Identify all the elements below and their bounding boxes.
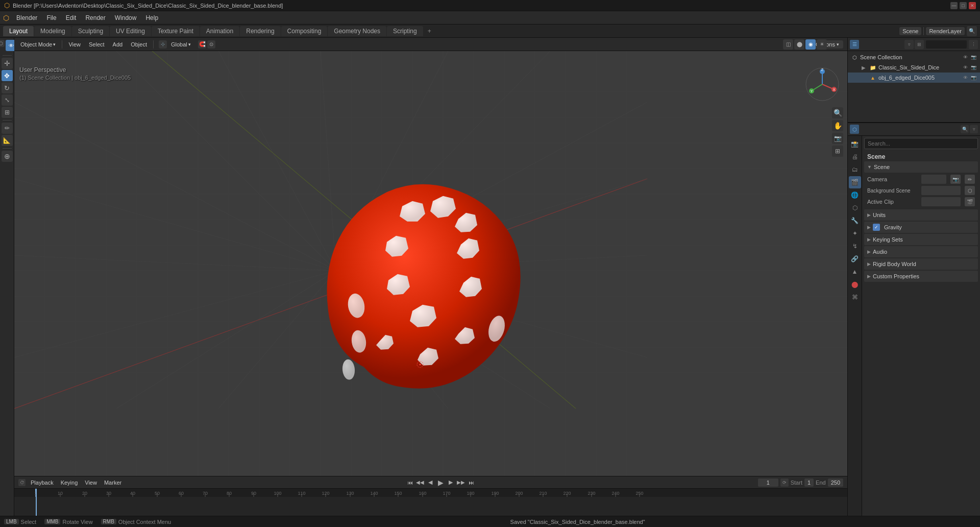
playback-menu[interactable]: Playback [29,478,56,487]
active-clip-value[interactable] [921,197,961,206]
tab-sculpting[interactable]: Sculpting [72,26,109,36]
menu-blender[interactable]: Blender [12,13,41,22]
prop-scene-icon[interactable]: 🎬 [849,176,861,188]
tab-animation[interactable]: Animation [200,26,239,36]
prop-scripting-icon[interactable]: ⌘ [849,291,861,303]
measure-tool[interactable]: 📐 [2,135,13,146]
rigid-body-world-header[interactable]: ▶ Rigid Body World [864,258,978,270]
close-button[interactable]: ✕ [969,2,976,9]
maximize-button[interactable]: □ [960,2,967,9]
object-mode-dropdown[interactable]: Object Mode ▾ [17,40,59,49]
proportional-edit-icon[interactable]: ⊙ [207,40,215,49]
pan-tool[interactable]: ✋ [832,120,843,131]
properties-filter-btn[interactable]: ▿ [970,125,978,133]
select-menu[interactable]: Select [86,40,108,49]
transform-tool[interactable]: ⊞ [2,107,13,118]
prop-material-icon[interactable]: ⬤ [849,278,861,291]
tab-texture-paint[interactable]: Texture Paint [152,26,200,36]
tab-rendering[interactable]: Rendering [240,26,280,36]
prop-data-icon[interactable]: ▲ [849,266,861,278]
annotate-tool[interactable]: ✏ [2,123,13,134]
snap-icon[interactable]: 🧲 [198,40,206,49]
background-scene-value[interactable] [921,186,961,195]
orientation-icon[interactable]: ⊹ [159,40,167,49]
add-workspace-button[interactable]: + [424,26,435,36]
next-frame-button[interactable]: ▶ [446,478,455,487]
frame-end-input[interactable]: 250 [828,478,843,487]
visibility-icon[interactable]: 👁 [962,54,969,61]
render-layer-selector[interactable]: RenderLayer [926,27,965,35]
prev-keyframe-button[interactable]: ◀◀ [415,478,425,487]
custom-properties-header[interactable]: ▶ Custom Properties [864,271,978,282]
tab-compositing[interactable]: Compositing [281,26,328,36]
frame-start-input[interactable]: 1 [804,478,814,487]
marker-menu[interactable]: Marker [102,478,124,487]
prop-render-icon[interactable]: 📸 [849,138,861,150]
prop-world-icon[interactable]: 🌐 [849,189,861,201]
cursor-tool[interactable]: ✛ [2,58,13,69]
prop-constraints-icon[interactable]: 🔗 [849,253,861,265]
gravity-checkbox[interactable]: ✓ [873,224,880,231]
properties-search-input[interactable] [864,138,978,149]
gravity-section-header[interactable]: ▶ ✓ Gravity [864,222,978,233]
menu-file[interactable]: File [42,13,60,22]
tab-uv-editing[interactable]: UV Editing [110,26,151,36]
outliner-object-item[interactable]: ▲ obj_6_edged_Dice005 👁 📷 [848,73,980,83]
tab-scripting[interactable]: Scripting [387,26,423,36]
scene-selector[interactable]: Scene [899,27,921,35]
rotate-tool[interactable]: ↻ [2,82,13,93]
menu-help[interactable]: Help [141,13,162,22]
camera-field-icon[interactable]: 📷 [950,175,961,184]
outliner-collection-item[interactable]: ▶ 📁 Classic_Six_Sided_Dice 👁 📷 [848,62,980,73]
object-menu[interactable]: Object [128,40,150,49]
next-keyframe-button[interactable]: ▶▶ [456,478,465,487]
add-tool[interactable]: ⊕ [2,151,13,162]
play-button[interactable]: ▶ [436,478,445,487]
object-visibility-icon[interactable]: 👁 [962,74,969,81]
outliner-search[interactable] [926,40,967,49]
jump-to-end-button[interactable]: ⏭ [467,478,476,487]
view-menu[interactable]: View [65,40,84,49]
camera-view-tool[interactable]: 📷 [832,133,843,144]
move-tool[interactable]: ✥ [2,70,13,81]
collection-visibility-icon[interactable]: 👁 [962,64,969,71]
prop-particles-icon[interactable]: ✦ [849,227,861,239]
scale-tool[interactable]: ⤡ [2,94,13,106]
search-icon-top[interactable]: 🔍 [967,26,977,36]
prop-viewlayer-icon[interactable]: 🗂 [849,163,861,176]
render-icon[interactable]: 📷 [970,54,977,61]
view-menu-timeline[interactable]: View [83,478,99,487]
current-frame-input[interactable]: 1 [758,478,778,487]
audio-section-header[interactable]: ▶ Audio [864,246,978,257]
minimize-button[interactable]: — [950,2,958,9]
camera-value-field[interactable] [921,175,946,184]
outliner-more-btn[interactable]: ⋮ [969,40,978,49]
object-render-icon[interactable]: 📷 [970,74,977,81]
tab-modeling[interactable]: Modeling [34,26,71,36]
add-menu[interactable]: Add [110,40,126,49]
prop-object-icon[interactable]: ⬡ [849,202,861,214]
properties-icon-active[interactable]: ⬡ [850,125,859,134]
tab-geometry-nodes[interactable]: Geometry Nodes [328,26,386,36]
outliner-icon-btn[interactable]: ☰ [850,40,859,49]
menu-edit[interactable]: Edit [62,13,81,22]
jump-to-start-button[interactable]: ⏮ [405,478,414,487]
background-scene-icon[interactable]: ⬡ [965,186,975,195]
active-clip-icon[interactable]: 🎬 [965,197,975,206]
keying-sets-header[interactable]: ▶ Keying Sets [864,234,978,245]
transform-orientation[interactable]: Global ▾ [168,40,194,49]
prev-frame-button[interactable]: ◀ [426,478,435,487]
tab-layout[interactable]: Layout [3,26,34,36]
zoom-tool[interactable]: 🔍 [832,107,843,118]
prop-physics-icon[interactable]: ↯ [849,240,861,252]
keying-menu[interactable]: Keying [59,478,80,487]
prop-output-icon[interactable]: 🖨 [849,151,861,163]
viewport-shading-rendered[interactable]: ☀ [817,39,827,50]
viewport-shading-material[interactable]: ◉ [805,39,816,50]
scene-section-header[interactable]: ▼ Scene [864,161,978,173]
outliner-scene-collection[interactable]: ⬡ Scene Collection 👁 📷 [848,52,980,62]
perspective-toggle[interactable]: ⊞ [832,146,843,157]
outliner-filter-btn[interactable]: ▿ [904,40,914,49]
units-section-header[interactable]: ▶ Units [864,209,978,221]
outliner-view-btn[interactable]: ⊞ [915,40,924,49]
